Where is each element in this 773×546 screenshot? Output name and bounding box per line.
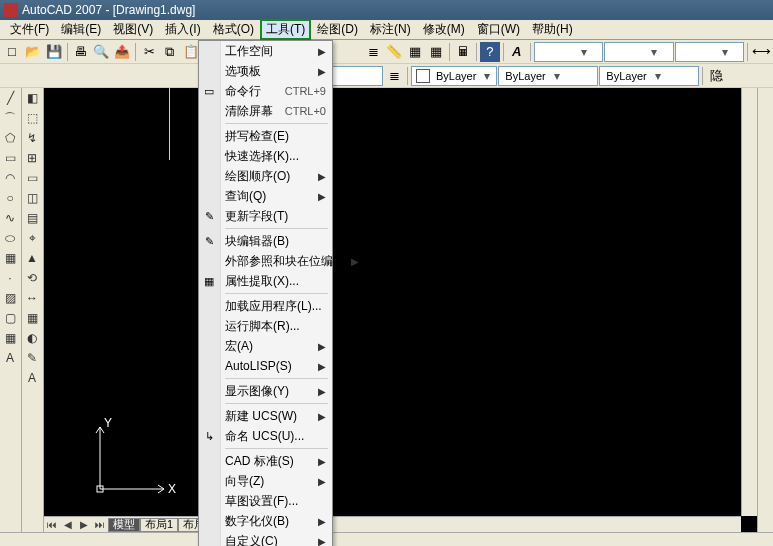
tab-last-icon[interactable]: ⏭ [92, 518, 108, 532]
tool-icon[interactable]: ▦ [405, 42, 425, 62]
layers-icon[interactable]: ≣ [364, 42, 384, 62]
text-icon[interactable]: A [0, 348, 20, 368]
linetype-combo[interactable]: ByLayer▾ [498, 66, 598, 86]
menu-item[interactable]: 草图设置(F)... [199, 491, 332, 511]
rectangle-icon[interactable]: ▭ [0, 148, 20, 168]
trim-icon[interactable]: ⟲ [22, 268, 42, 288]
new-icon[interactable]: □ [2, 42, 22, 62]
tool-icon[interactable]: ▦ [426, 42, 446, 62]
dimstyle-combo[interactable]: ▾ [604, 42, 674, 62]
menu-item[interactable]: 数字化仪(B)▶ [199, 511, 332, 531]
menu-item[interactable]: AutoLISP(S)▶ [199, 356, 332, 376]
block-icon[interactable]: ▦ [0, 248, 20, 268]
tab-first-icon[interactable]: ⏮ [44, 518, 60, 532]
menu-item[interactable]: ✎块编辑器(B) [199, 231, 332, 251]
tab-layout1[interactable]: 布局1 [140, 518, 178, 532]
extend-icon[interactable]: ↔ [22, 288, 42, 308]
menu-insert[interactable]: 插入(I) [159, 19, 206, 40]
mirror-icon[interactable]: ↯ [22, 128, 42, 148]
copy-icon[interactable]: ⧉ [160, 42, 180, 62]
array-icon[interactable]: ▭ [22, 168, 42, 188]
spline-icon[interactable]: ∿ [0, 208, 20, 228]
ellipse-icon[interactable]: ⬭ [0, 228, 20, 248]
submenu-arrow-icon: ▶ [318, 171, 326, 182]
dim-linear-icon[interactable]: ⟷ [751, 42, 771, 62]
menu-item[interactable]: 快速选择(K)... [199, 146, 332, 166]
scale-icon[interactable]: ⌖ [22, 228, 42, 248]
menu-item[interactable]: 向导(Z)▶ [199, 471, 332, 491]
break-icon[interactable]: ▦ [22, 308, 42, 328]
calc-icon[interactable]: 🖩 [453, 42, 473, 62]
drawing-area[interactable]: X Y ⏮ ◀ ▶ ⏭ 模型 布局1 布局2 [44, 88, 757, 532]
menu-view[interactable]: 视图(V) [107, 19, 159, 40]
menu-window[interactable]: 窗口(W) [471, 19, 526, 40]
menu-item[interactable]: 外部参照和块在位编辑▶ [199, 251, 332, 271]
hatch-icon[interactable]: ▨ [0, 288, 20, 308]
plotstyle-icon[interactable]: 隐 [706, 66, 726, 86]
offset-icon[interactable]: ⊞ [22, 148, 42, 168]
menu-edit[interactable]: 编辑(E) [55, 19, 107, 40]
table-icon[interactable]: ▦ [0, 328, 20, 348]
menu-draw[interactable]: 绘图(D) [311, 19, 364, 40]
tablestyle-combo[interactable]: ▾ [675, 42, 745, 62]
polygon-icon[interactable]: ⬠ [0, 128, 20, 148]
rotate-icon[interactable]: ▤ [22, 208, 42, 228]
layer-prev-icon[interactable]: ≣ [384, 66, 404, 86]
pline-icon[interactable]: ⌒ [0, 108, 20, 128]
menu-item[interactable]: 新建 UCS(W)▶ [199, 406, 332, 426]
menu-item[interactable]: 加载应用程序(L)... [199, 296, 332, 316]
menu-item[interactable]: 工作空间▶ [199, 41, 332, 61]
line-icon[interactable]: ╱ [0, 88, 20, 108]
tab-prev-icon[interactable]: ◀ [60, 518, 76, 532]
menu-item[interactable]: ▦属性提取(X)... [199, 271, 332, 291]
menu-item[interactable]: 宏(A)▶ [199, 336, 332, 356]
explode-icon[interactable]: A [22, 368, 42, 388]
menu-item[interactable]: 查询(Q)▶ [199, 186, 332, 206]
publish-icon[interactable]: 📤 [112, 42, 132, 62]
preview-icon[interactable]: 🔍 [91, 42, 111, 62]
help-icon[interactable]: ? [480, 42, 500, 62]
arc-icon[interactable]: ◠ [0, 168, 20, 188]
menu-format[interactable]: 格式(O) [207, 19, 260, 40]
menu-item[interactable]: 自定义(C)▶ [199, 531, 332, 546]
fillet-icon[interactable]: ◐ [22, 328, 42, 348]
menu-item[interactable]: CAD 标准(S)▶ [199, 451, 332, 471]
chamfer-icon[interactable]: ✎ [22, 348, 42, 368]
erase-icon[interactable]: ◧ [22, 88, 42, 108]
menu-item-label: 向导(Z) [225, 473, 312, 490]
open-icon[interactable]: 📂 [23, 42, 43, 62]
tab-next-icon[interactable]: ▶ [76, 518, 92, 532]
model-space[interactable] [44, 88, 757, 532]
menu-item[interactable]: 绘图顺序(O)▶ [199, 166, 332, 186]
textstyle-icon[interactable]: A [507, 42, 527, 62]
menu-tools[interactable]: 工具(T) [260, 19, 311, 40]
vertical-scrollbar[interactable] [741, 88, 757, 516]
move-icon[interactable]: ◫ [22, 188, 42, 208]
menu-item[interactable]: 拼写检查(E) [199, 126, 332, 146]
tab-model[interactable]: 模型 [108, 518, 140, 532]
color-combo[interactable]: ByLayer▾ [411, 66, 497, 86]
submenu-arrow-icon: ▶ [351, 256, 359, 267]
plot-icon[interactable]: 🖶 [71, 42, 91, 62]
menu-dimension[interactable]: 标注(N) [364, 19, 417, 40]
ruler-icon[interactable]: 📏 [385, 42, 405, 62]
menu-modify[interactable]: 修改(M) [417, 19, 471, 40]
circle-icon[interactable]: ○ [0, 188, 20, 208]
menu-item[interactable]: 选项板▶ [199, 61, 332, 81]
menu-item[interactable]: 运行脚本(R)... [199, 316, 332, 336]
point-icon[interactable]: · [0, 268, 20, 288]
copy-obj-icon[interactable]: ⬚ [22, 108, 42, 128]
menu-item[interactable]: 清除屏幕CTRL+0 [199, 101, 332, 121]
menu-file[interactable]: 文件(F) [4, 19, 55, 40]
menu-item[interactable]: ▭命令行CTRL+9 [199, 81, 332, 101]
save-icon[interactable]: 💾 [44, 42, 64, 62]
menu-item[interactable]: ✎更新字段(T) [199, 206, 332, 226]
cut-icon[interactable]: ✂ [139, 42, 159, 62]
menu-item[interactable]: ↳命名 UCS(U)... [199, 426, 332, 446]
region-icon[interactable]: ▢ [0, 308, 20, 328]
lineweight-combo[interactable]: ByLayer▾ [599, 66, 699, 86]
menu-help[interactable]: 帮助(H) [526, 19, 579, 40]
stretch-icon[interactable]: ▲ [22, 248, 42, 268]
menu-item[interactable]: 显示图像(Y)▶ [199, 381, 332, 401]
textstyle-combo[interactable]: ▾ [534, 42, 604, 62]
